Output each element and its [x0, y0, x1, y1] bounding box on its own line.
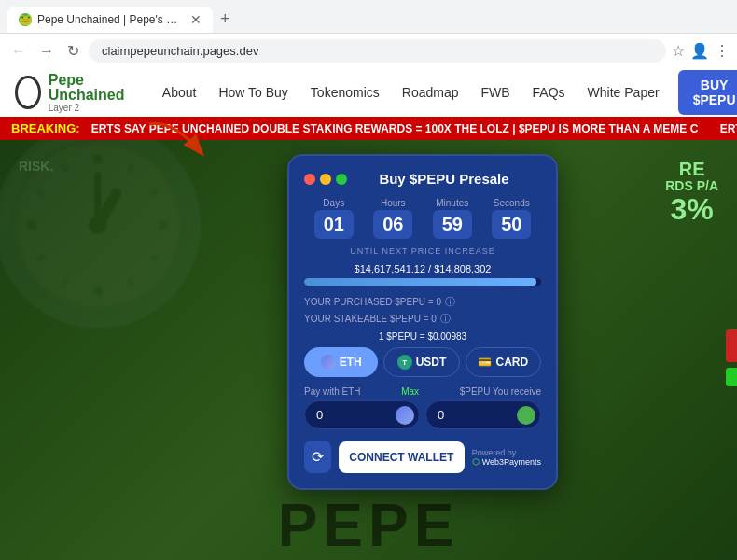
- countdown-minutes: Minutes 59: [433, 198, 472, 239]
- nav-faqs[interactable]: FAQs: [521, 81, 577, 104]
- bookmark-button[interactable]: ☆: [672, 42, 685, 60]
- page-content: Pepe Unchained Layer 2 About How To: [0, 68, 737, 560]
- breaking-news-bar: BREAKING: ERTS SAY PEPE UNCHAINED DOUBLE…: [0, 117, 737, 140]
- nav-how-to-buy[interactable]: How To Buy: [207, 81, 299, 105]
- countdown-seconds: Seconds 50: [492, 198, 531, 239]
- green-indicator: [726, 368, 737, 386]
- usdt-payment-button[interactable]: T USDT: [383, 347, 459, 377]
- forward-button[interactable]: →: [35, 41, 58, 62]
- new-tab-button[interactable]: +: [213, 6, 238, 33]
- exchange-rate: 1 $PEPU = $0.00983: [304, 331, 541, 342]
- breaking-label: BREAKING:: [0, 121, 91, 135]
- progress-bar-fill: [304, 278, 536, 286]
- tab-favicon: 🐸: [19, 13, 32, 26]
- usdt-icon: T: [397, 355, 412, 370]
- buy-pepu-button[interactable]: BUY $PEPU: [678, 70, 737, 115]
- pay-with-label: Pay with ETH: [304, 386, 361, 397]
- countdown-timer: Days 01 Hours 06 Minutes 59 Seconds 50: [304, 198, 541, 239]
- presale-card: Buy $PEPU Presale Days 01 Hours 06 Minut…: [287, 154, 558, 490]
- stakeable-info-icon[interactable]: ⓘ: [440, 312, 451, 326]
- powered-by-section: Powered by ⬡ Web3Payments: [472, 448, 541, 467]
- powered-by-label: Powered by: [472, 448, 517, 457]
- tab-title: Pepe Unchained | Pepe's Own L...: [37, 13, 185, 26]
- tab-close-button[interactable]: ✕: [190, 12, 202, 27]
- nav-tokenomics[interactable]: Tokenomics: [299, 81, 391, 104]
- maximize-window-button[interactable]: [336, 174, 347, 185]
- logo-layer: Layer 2: [49, 103, 132, 113]
- countdown-hours: Hours 06: [373, 198, 412, 239]
- logo-name: Pepe Unchained: [49, 73, 132, 103]
- bg-risk-text: RISK.: [19, 159, 53, 174]
- progress-bar-container: [304, 278, 541, 286]
- input-labels: Pay with ETH Max $PEPU You receive: [304, 386, 541, 397]
- inputs-row: [304, 400, 541, 429]
- receive-input-suffix: [517, 406, 535, 425]
- purchased-info-icon[interactable]: ⓘ: [445, 295, 455, 309]
- purchased-info: YOUR PURCHASED $PEPU = 0 ⓘ: [304, 295, 541, 309]
- side-indicators: [726, 329, 737, 386]
- until-next-price: UNTIL NEXT PRICE INCREASE: [304, 246, 541, 256]
- connect-wallet-button[interactable]: CONNECT WALLET: [339, 441, 465, 473]
- profile-button[interactable]: 👤: [690, 42, 709, 60]
- minimize-window-button[interactable]: [320, 174, 331, 185]
- eth-payment-button[interactable]: ETH: [304, 347, 378, 377]
- logo-text: Pepe Unchained Layer 2: [49, 73, 132, 113]
- reload-button[interactable]: ↻: [63, 40, 83, 62]
- navbar: Pepe Unchained Layer 2 About How To: [0, 68, 737, 117]
- nav-about[interactable]: About: [151, 81, 208, 104]
- red-indicator: [726, 329, 737, 362]
- close-window-button[interactable]: [304, 174, 315, 185]
- reward-text: RE RDS P/A 3%: [665, 159, 718, 227]
- pay-input-suffix: [396, 406, 414, 425]
- stakeable-info: YOUR STAKEABLE $PEPU = 0 ⓘ: [304, 312, 541, 326]
- window-buttons: [304, 174, 347, 185]
- receive-input-group: [425, 400, 541, 429]
- max-label[interactable]: Max: [401, 386, 419, 397]
- card-payment-button[interactable]: 💳 CARD: [466, 347, 541, 377]
- browser-controls: ← → ↻ ☆ 👤 ⋮: [0, 33, 737, 68]
- nav-fwb[interactable]: FWB: [469, 81, 521, 104]
- address-bar[interactable]: [89, 39, 666, 63]
- bg-clock-decoration: 🕐: [0, 140, 215, 317]
- browser-frame: 🐸 Pepe Unchained | Pepe's Own L... ✕ + ←…: [0, 0, 737, 560]
- eth-input-icon: [396, 406, 414, 425]
- pay-input-group: [304, 400, 420, 429]
- receive-label: $PEPU You receive: [460, 386, 541, 397]
- pepu-input-icon: [517, 406, 535, 425]
- logo-circle: [15, 76, 41, 109]
- nav-roadmap[interactable]: Roadmap: [391, 81, 470, 104]
- wallet-section: ⟳ CONNECT WALLET Powered by ⬡ Web3Paymen…: [304, 441, 541, 473]
- arrow-annotation: [145, 115, 210, 165]
- active-tab[interactable]: 🐸 Pepe Unchained | Pepe's Own L... ✕: [7, 7, 213, 33]
- card-icon: 💳: [478, 356, 492, 369]
- raised-amount: $14,617,541.12 / $14,808,302: [304, 263, 541, 274]
- nav-white-paper[interactable]: White Paper: [577, 81, 671, 105]
- wallet-icon-button[interactable]: ⟳: [304, 441, 331, 473]
- presale-title: Buy $PEPU Presale: [347, 171, 541, 187]
- countdown-days: Days 01: [314, 198, 354, 239]
- back-button[interactable]: ←: [7, 41, 30, 62]
- web3payments-label: ⬡ Web3Payments: [472, 457, 541, 467]
- card-header: Buy $PEPU Presale: [304, 171, 541, 187]
- payment-methods: ETH T USDT 💳 CARD: [304, 347, 541, 377]
- menu-button[interactable]: ⋮: [715, 42, 730, 60]
- nav-links: About How To Buy Tokenomics Roadmap FWB …: [151, 81, 671, 105]
- pepe-bg-text: PEPE: [278, 491, 460, 560]
- logo-area: Pepe Unchained Layer 2: [15, 73, 132, 113]
- eth-icon: [321, 355, 336, 370]
- browser-top-bar: 🐸 Pepe Unchained | Pepe's Own L... ✕ +: [0, 0, 737, 33]
